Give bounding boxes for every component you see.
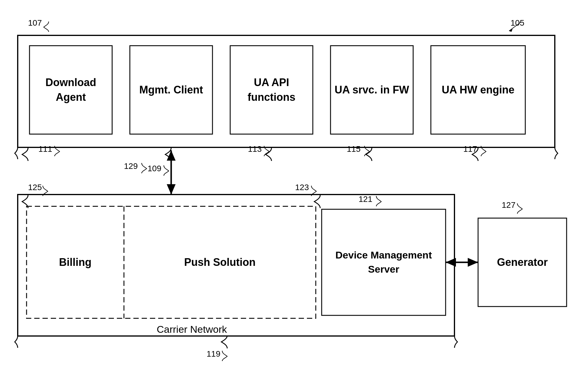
ref-111: 111 — [38, 144, 52, 154]
generator-box: Generator — [478, 218, 567, 307]
push-solution-label: Push Solution — [184, 255, 256, 270]
device-mgmt-box: Device Management Server — [322, 209, 446, 315]
svg-marker-7 — [167, 150, 176, 161]
diagram: 105 107 111 109 113 115 117 129 125 123 — [0, 0, 579, 392]
ref-117: 117 — [463, 144, 477, 154]
svg-marker-8 — [167, 184, 176, 195]
svg-line-17 — [509, 22, 521, 31]
ua-srvc-label: UA srvc. in FW — [335, 83, 409, 97]
ref-113: 113 — [248, 144, 262, 154]
ref-119: 119 — [207, 349, 220, 359]
ref-123: 123 — [295, 183, 309, 192]
svg-marker-16 — [468, 258, 478, 267]
ua-srvc-box: UA srvc. in FW — [331, 46, 413, 134]
ref-125: 125 — [28, 183, 42, 192]
billing-label: Billing — [59, 256, 91, 269]
ref-115: 115 — [347, 144, 361, 154]
generator-label: Generator — [497, 256, 548, 269]
device-mgmt-label: Device Management Server — [322, 248, 446, 276]
push-solution-box: Push Solution — [124, 206, 316, 318]
svg-marker-15 — [446, 258, 456, 267]
ref-129: 129 — [124, 162, 138, 171]
billing-box: Billing — [27, 206, 124, 318]
ref-121: 121 — [359, 195, 372, 204]
carrier-network-label: Carrier Network — [59, 324, 325, 335]
download-agent-box: Download Agent — [30, 46, 112, 134]
ua-hw-box: UA HW engine — [431, 46, 525, 134]
ua-api-label: UA API functions — [230, 75, 313, 105]
mgmt-client-box: Mgmt. Client — [130, 46, 212, 134]
download-agent-label: Download Agent — [30, 75, 112, 105]
ua-hw-label: UA HW engine — [442, 83, 515, 97]
mgmt-client-label: Mgmt. Client — [139, 83, 203, 97]
ref-127: 127 — [502, 200, 516, 210]
ua-api-box: UA API functions — [230, 46, 313, 134]
